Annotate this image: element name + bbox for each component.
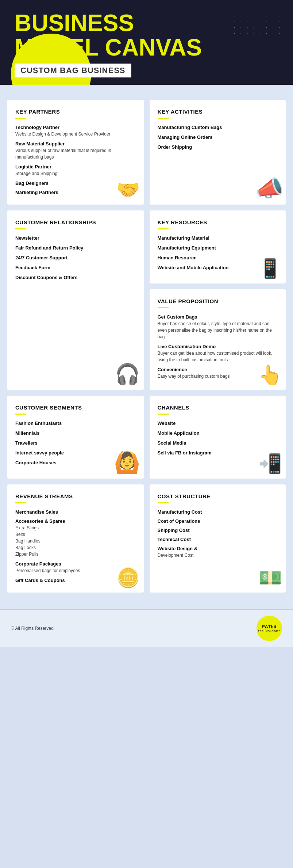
vp-item-2-text: Buyer can get idea about how customised … [158,350,278,363]
header-subtitle: CUSTOM BAG BUSINESS [20,66,126,75]
cost-item-4: Technical Cost [158,537,278,542]
cs-item-3: Travellers [15,440,136,446]
ch-item-3: Social Media [158,440,278,446]
footer-copyright: © All Rights Reserved [11,626,54,631]
kp-item-1-text: Website Design & Development Service Pro… [15,131,136,137]
kp-item-2-bold: Raw Material Supplier [15,141,136,146]
cs-divider [15,414,26,415]
content-area: · · · · · · · · · · · · · · · · · · · · … [0,85,293,609]
value-proposition-card: VALUE PROPOSITION Get Custom Bags Buyer … [150,289,286,390]
cost-item-2: Cost of Operations [158,518,278,524]
key-activities-card: KEY ACTIVITIES Manufacturing Custom Bags… [150,100,286,205]
cost-item-5-text: Development Cost [158,552,278,559]
customer-relationships-card: CUSTOMER RELATIONSHIPS Newsletter Fair R… [7,210,144,390]
rs-item-2-sub: Extra SlingsBeltsBag HandlesBag LocksZip… [15,525,136,557]
header-subtitle-box: CUSTOM BAG BUSINESS [15,64,131,77]
cr-item-3: 24/7 Customer Support [15,255,136,260]
key-resources-card: KEY RESOURCES Manufacturing Material Man… [150,210,286,283]
cs-item-1: Fashion Enthusiasts [15,420,136,426]
rs-item-2-bold: Accessories & Spares [15,518,136,524]
key-activities-title: KEY ACTIVITIES [158,108,278,115]
row-3: CUSTOMER SEGMENTS Fashion Enthusiasts Mi… [7,396,286,479]
key-activities-divider [158,118,169,119]
row-1: KEY PARTNERS Technology Partner Website … [7,100,286,205]
megaphone-icon: 📣 [255,175,284,202]
cr-item-5: Discount Coupons & Offers [15,275,136,280]
revenue-streams-card: REVENUE STREAMS Merchandise Sales Access… [7,484,144,593]
rs-item-3-bold: Corporate Packages [15,561,136,567]
vp-item-1-bold: Get Custom Bags [158,314,278,320]
kr-item-1: Manufacturing Material [158,235,278,241]
kr-title: KEY RESOURCES [158,219,278,225]
cost-item-5: Website Design & [158,546,278,551]
phone-hands-icon: 📲 [258,453,282,475]
fatbit-logo: FATbit TECHNOLOGIES [257,616,282,641]
ch-item-2: Mobile Application [158,430,278,436]
cost-item-3: Shipping Cost [158,528,278,533]
right-col-top: KEY RESOURCES Manufacturing Material Man… [150,210,286,390]
channels-card: CHANNELS Website Mobile Application Soci… [150,396,286,479]
rs-divider [15,502,26,503]
woman-icon: 🙆 [114,450,140,475]
row-4: REVENUE STREAMS Merchandise Sales Access… [7,484,286,593]
coins-icon: 🪙 [116,567,140,589]
cr-item-2: Fair Refund and Return Policy [15,245,136,251]
cost-structure-card: COST STRUCTURE Manufacturing Cost Cost o… [150,484,286,593]
logo-line2: TECHNOLOGIES [258,630,281,633]
cr-item-4: Feedback Form [15,265,136,270]
row-2: CUSTOMER RELATIONSHIPS Newsletter Fair R… [7,210,286,390]
key-partners-title: KEY PARTNERS [15,108,136,115]
kr-item-2: Manufacturing Equipment [158,245,278,251]
footer: © All Rights Reserved FATbit TECHNOLOGIE… [0,609,293,647]
cr-title: CUSTOMER RELATIONSHIPS [15,219,136,225]
phone-icon: 📱 [258,258,282,280]
vp-item-2-bold: Live Customisation Demo [158,344,278,349]
ch-title: CHANNELS [158,404,278,411]
vp-title: VALUE PROPOSITION [158,298,278,304]
logo-line1: FATbit [262,624,276,629]
cs-item-2: Millennials [15,430,136,436]
cost-item-1: Manufacturing Cost [158,509,278,515]
cost-title: COST STRUCTURE [158,493,278,499]
ka-item-1: Manufacturing Custom Bags [158,125,278,130]
kr-divider [158,228,169,229]
ka-item-3: Order Shipping [158,144,278,150]
kp-item-3-bold: Logistic Partner [15,164,136,170]
cr-divider [15,228,26,229]
vp-item-1-text: Buyer has choice of colour, style, type … [158,320,278,340]
touch-icon: 👆 [258,364,282,386]
money-icon: 💵 [258,567,282,589]
header-title: BUSINESS MODEL CANVAS [15,11,278,60]
kp-item-3-text: Storage and Shipping [15,170,136,177]
ch-divider [158,414,169,415]
kp-item-1-bold: Technology Partner [15,125,136,130]
handshake-icon: 🤝 [116,179,140,201]
headset-icon: 🎧 [115,362,140,386]
cr-item-1: Newsletter [15,235,136,241]
customer-segments-card: CUSTOMER SEGMENTS Fashion Enthusiasts Mi… [7,396,144,479]
cs-title: CUSTOMER SEGMENTS [15,404,136,411]
header: · · · · · · · ·· · · · · · · ·· · · · · … [0,0,293,85]
dot-row-top: · · · · · · · · · · · · · · · · · · · · … [7,88,286,100]
ch-item-1: Website [158,420,278,426]
ka-item-2: Managing Online Orders [158,134,278,140]
rs-title: REVENUE STREAMS [15,493,136,499]
rs-item-1-bold: Merchandise Sales [15,509,136,515]
key-partners-card: KEY PARTNERS Technology Partner Website … [7,100,144,205]
key-partners-divider [15,118,26,119]
vp-divider [158,307,169,308]
kp-item-2-text: Various supplier of raw material that is… [15,147,136,160]
cost-divider [158,502,169,503]
